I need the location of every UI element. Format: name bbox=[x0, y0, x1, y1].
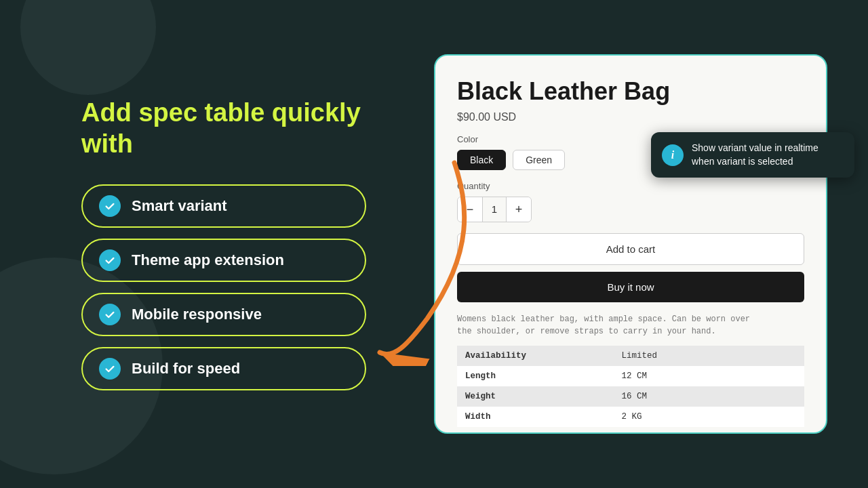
check-icon bbox=[99, 195, 121, 217]
left-panel: Add spec table quickly with Smart varian… bbox=[81, 0, 366, 488]
tooltip-text: Show variant value in realtime when vari… bbox=[692, 142, 844, 168]
spec-value: 2 KG bbox=[613, 407, 804, 427]
add-to-cart-btn[interactable]: Add to cart bbox=[457, 233, 804, 265]
spec-table: Availability Limited Length 12 CM Weight… bbox=[457, 346, 804, 427]
spec-row-width: Width 2 KG bbox=[457, 407, 804, 427]
check-icon bbox=[99, 358, 121, 380]
spec-key: Weight bbox=[457, 386, 613, 407]
info-icon: i bbox=[662, 144, 684, 166]
feature-item-build-for-speed[interactable]: Build for speed bbox=[81, 347, 366, 390]
feature-label: Mobile responsive bbox=[132, 306, 262, 323]
feature-label: Build for speed bbox=[132, 360, 240, 378]
feature-item-smart-variant[interactable]: Smart variant bbox=[81, 184, 366, 228]
qty-value: 1 bbox=[482, 197, 507, 222]
spec-value: Limited bbox=[613, 346, 804, 366]
quantity-label: Quantity bbox=[457, 181, 804, 191]
product-card: Black Leather Bag $90.00 USD Color Black… bbox=[434, 54, 827, 434]
product-title: Black Leather Bag bbox=[457, 77, 804, 106]
spec-value: 12 CM bbox=[613, 366, 804, 386]
color-green-btn[interactable]: Green bbox=[513, 150, 565, 170]
quantity-control: − 1 + bbox=[457, 197, 532, 222]
buy-now-btn[interactable]: Buy it now bbox=[457, 272, 804, 302]
spec-row-length: Length 12 CM bbox=[457, 366, 804, 386]
spec-key: Availability bbox=[457, 346, 613, 366]
product-description: Womens black leather bag, with ample spa… bbox=[457, 313, 804, 338]
feature-label: Smart variant bbox=[132, 197, 227, 215]
feature-item-theme-app-extension[interactable]: Theme app extension bbox=[81, 239, 366, 282]
headline: Add spec table quickly with bbox=[81, 98, 366, 159]
feature-list: Smart variant Theme app extension Mobile… bbox=[81, 184, 366, 390]
feature-item-mobile-responsive[interactable]: Mobile responsive bbox=[81, 293, 366, 336]
color-black-btn[interactable]: Black bbox=[457, 150, 506, 170]
check-icon bbox=[99, 249, 121, 271]
qty-minus-btn[interactable]: − bbox=[458, 197, 482, 222]
tooltip-bubble: i Show variant value in realtime when va… bbox=[651, 132, 854, 178]
spec-key: Length bbox=[457, 366, 613, 386]
spec-value: 16 CM bbox=[613, 386, 804, 407]
spec-key: Width bbox=[457, 407, 613, 427]
spec-row-weight: Weight 16 CM bbox=[457, 386, 804, 407]
qty-plus-btn[interactable]: + bbox=[507, 197, 531, 222]
spec-row-availability: Availability Limited bbox=[457, 346, 804, 366]
feature-label: Theme app extension bbox=[132, 251, 284, 269]
check-icon bbox=[99, 304, 121, 325]
product-price: $90.00 USD bbox=[457, 111, 804, 123]
